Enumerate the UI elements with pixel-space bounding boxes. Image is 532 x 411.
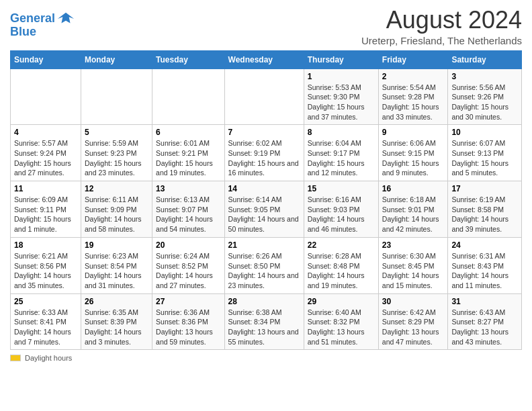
calendar-cell: 7Sunrise: 6:02 AMSunset: 9:19 PMDaylight… [224,125,304,181]
day-info: Sunrise: 6:21 AMSunset: 8:56 PMDaylight:… [14,251,77,291]
calendar-cell: 1Sunrise: 5:53 AMSunset: 9:30 PMDaylight… [304,68,378,125]
calendar-cell: 10Sunrise: 6:07 AMSunset: 9:13 PMDayligh… [448,125,522,181]
day-number: 5 [85,128,148,137]
day-info: Sunrise: 6:19 AMSunset: 8:58 PMDaylight:… [451,195,518,234]
calendar-cell: 16Sunrise: 6:18 AMSunset: 9:01 PMDayligh… [378,181,448,238]
calendar-cell: 5Sunrise: 5:59 AMSunset: 9:23 PMDaylight… [81,125,152,181]
daylight-label: Daylight hours [25,354,72,362]
day-number: 21 [228,240,300,250]
day-info: Sunrise: 6:07 AMSunset: 9:13 PMDaylight:… [451,138,518,178]
calendar-cell: 21Sunrise: 6:26 AMSunset: 8:50 PMDayligh… [224,237,304,293]
day-number: 16 [382,184,445,193]
calendar-cell: 18Sunrise: 6:21 AMSunset: 8:56 PMDayligh… [11,237,81,293]
day-number: 25 [14,297,77,306]
calendar-cell: 29Sunrise: 6:40 AMSunset: 8:32 PMDayligh… [304,293,378,350]
calendar-cell [224,68,304,125]
day-number: 9 [382,128,445,137]
week-row: 18Sunrise: 6:21 AMSunset: 8:56 PMDayligh… [11,237,522,293]
calendar-cell: 11Sunrise: 6:09 AMSunset: 9:11 PMDayligh… [11,181,81,238]
calendar-cell: 17Sunrise: 6:19 AMSunset: 8:58 PMDayligh… [448,181,522,238]
day-info: Sunrise: 6:42 AMSunset: 8:29 PMDaylight:… [382,308,445,347]
day-number: 26 [85,297,148,306]
day-info: Sunrise: 6:40 AMSunset: 8:32 PMDaylight:… [308,308,375,347]
day-number: 19 [85,240,148,250]
day-number: 22 [308,240,375,250]
logo-text: General [10,12,55,26]
col-header-tuesday: Tuesday [152,50,225,68]
day-number: 18 [14,240,77,250]
day-info: Sunrise: 6:24 AMSunset: 8:52 PMDaylight:… [156,251,221,291]
week-row: 11Sunrise: 6:09 AMSunset: 9:11 PMDayligh… [11,181,522,238]
logo: General Blue [10,9,75,39]
day-info: Sunrise: 5:53 AMSunset: 9:30 PMDaylight:… [308,83,375,122]
day-info: Sunrise: 6:38 AMSunset: 8:34 PMDaylight:… [228,308,300,347]
svg-marker-0 [58,13,74,24]
calendar-cell: 2Sunrise: 5:54 AMSunset: 9:28 PMDaylight… [378,68,448,125]
footer: Daylight hours [10,354,522,362]
page-header: General Blue August 2024 Ureterp, Friesl… [10,7,522,46]
day-number: 14 [228,184,300,193]
calendar-cell: 14Sunrise: 6:14 AMSunset: 9:05 PMDayligh… [224,181,304,238]
day-info: Sunrise: 6:31 AMSunset: 8:43 PMDaylight:… [451,251,518,291]
calendar-cell: 24Sunrise: 6:31 AMSunset: 8:43 PMDayligh… [448,237,522,293]
col-header-thursday: Thursday [304,50,378,68]
calendar-cell: 22Sunrise: 6:28 AMSunset: 8:48 PMDayligh… [304,237,378,293]
col-header-sunday: Sunday [11,50,81,68]
day-number: 31 [451,297,518,306]
day-number: 17 [451,184,518,193]
day-info: Sunrise: 6:26 AMSunset: 8:50 PMDaylight:… [228,251,300,291]
day-number: 28 [228,297,300,306]
day-number: 13 [156,184,221,193]
day-info: Sunrise: 5:54 AMSunset: 9:28 PMDaylight:… [382,83,445,122]
day-info: Sunrise: 6:18 AMSunset: 9:01 PMDaylight:… [382,195,445,234]
week-row: 1Sunrise: 5:53 AMSunset: 9:30 PMDaylight… [11,68,522,125]
day-info: Sunrise: 6:16 AMSunset: 9:03 PMDaylight:… [308,195,375,234]
week-row: 25Sunrise: 6:33 AMSunset: 8:41 PMDayligh… [11,293,522,350]
calendar-cell: 19Sunrise: 6:23 AMSunset: 8:54 PMDayligh… [81,237,152,293]
calendar-cell: 8Sunrise: 6:04 AMSunset: 9:17 PMDaylight… [304,125,378,181]
day-number: 20 [156,240,221,250]
day-info: Sunrise: 6:11 AMSunset: 9:09 PMDaylight:… [85,195,148,234]
day-info: Sunrise: 6:23 AMSunset: 8:54 PMDaylight:… [85,251,148,291]
day-info: Sunrise: 5:56 AMSunset: 9:26 PMDaylight:… [451,83,518,122]
day-number: 8 [308,128,375,137]
day-number: 3 [451,72,518,81]
calendar-cell [11,68,81,125]
calendar-cell: 20Sunrise: 6:24 AMSunset: 8:52 PMDayligh… [152,237,225,293]
calendar-cell: 4Sunrise: 5:57 AMSunset: 9:24 PMDaylight… [11,125,81,181]
day-info: Sunrise: 6:43 AMSunset: 8:27 PMDaylight:… [451,308,518,347]
calendar-cell [152,68,225,125]
calendar-cell: 9Sunrise: 6:06 AMSunset: 9:15 PMDaylight… [378,125,448,181]
calendar-cell: 23Sunrise: 6:30 AMSunset: 8:45 PMDayligh… [378,237,448,293]
day-number: 15 [308,184,375,193]
header-row: SundayMondayTuesdayWednesdayThursdayFrid… [11,50,522,68]
col-header-monday: Monday [81,50,152,68]
day-number: 24 [451,240,518,250]
day-number: 11 [14,184,77,193]
day-info: Sunrise: 6:35 AMSunset: 8:39 PMDaylight:… [85,308,148,347]
day-number: 4 [14,128,77,137]
calendar-cell: 30Sunrise: 6:42 AMSunset: 8:29 PMDayligh… [378,293,448,350]
col-header-saturday: Saturday [448,50,522,68]
day-info: Sunrise: 6:09 AMSunset: 9:11 PMDaylight:… [14,195,77,234]
day-number: 27 [156,297,221,306]
col-header-wednesday: Wednesday [224,50,304,68]
calendar-cell: 15Sunrise: 6:16 AMSunset: 9:03 PMDayligh… [304,181,378,238]
subtitle: Ureterp, Friesland, The Netherlands [361,35,522,46]
day-info: Sunrise: 6:04 AMSunset: 9:17 PMDaylight:… [308,138,375,178]
calendar-table: SundayMondayTuesdayWednesdayThursdayFrid… [10,50,522,351]
daylight-bar-icon [10,355,21,361]
day-number: 7 [228,128,300,137]
calendar-cell: 13Sunrise: 6:13 AMSunset: 9:07 PMDayligh… [152,181,225,238]
calendar-cell: 6Sunrise: 6:01 AMSunset: 9:21 PMDaylight… [152,125,225,181]
title-block: August 2024 Ureterp, Friesland, The Neth… [361,7,522,46]
day-info: Sunrise: 6:02 AMSunset: 9:19 PMDaylight:… [228,138,300,178]
main-title: August 2024 [361,7,522,34]
day-number: 12 [85,184,148,193]
calendar-cell: 26Sunrise: 6:35 AMSunset: 8:39 PMDayligh… [81,293,152,350]
day-info: Sunrise: 6:13 AMSunset: 9:07 PMDaylight:… [156,195,221,234]
day-number: 23 [382,240,445,250]
day-info: Sunrise: 6:06 AMSunset: 9:15 PMDaylight:… [382,138,445,178]
calendar-cell: 12Sunrise: 6:11 AMSunset: 9:09 PMDayligh… [81,181,152,238]
logo-bird-icon [56,9,75,28]
